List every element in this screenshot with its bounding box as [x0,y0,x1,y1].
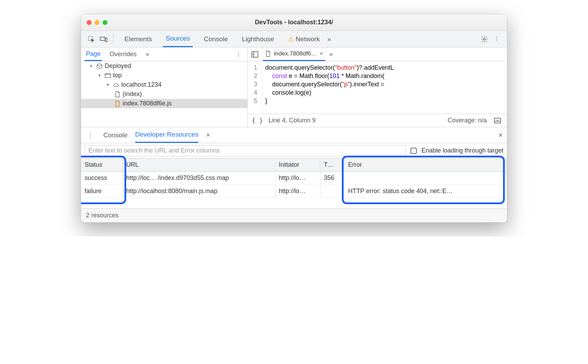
more-file-tabs-icon[interactable]: » [328,47,334,61]
tree-host[interactable]: localhost:1234 [81,80,247,89]
tab-network[interactable]: Network [285,31,323,47]
inspect-icon[interactable] [86,34,96,44]
close-drawer-tab-icon[interactable]: × [206,131,210,139]
window-icon [105,72,111,79]
drawer-tab-console[interactable]: Console [103,127,128,143]
more-nav-tabs-icon[interactable]: » [144,47,150,61]
cube-icon [96,63,103,69]
checkbox-label: Enable loading through target [422,147,503,154]
kebab-icon[interactable]: ⋮ [85,130,96,140]
tree-file[interactable]: (index) [81,89,247,99]
devtools-window: DevTools - localhost:1234/ ElementsSourc… [81,14,507,223]
drawer-toggle-icon[interactable] [492,115,503,126]
braces-icon[interactable]: { } [252,117,263,124]
tree-file-selected[interactable]: index.7808df6e.js [81,99,247,108]
resources-table: Status URL Initiator T… Error successhtt… [81,158,507,208]
device-icon[interactable] [98,34,109,44]
file-icon [265,51,271,57]
svg-rect-4 [105,73,111,78]
svg-rect-6 [252,52,258,57]
svg-rect-2 [105,38,107,42]
tree-top[interactable]: top [81,71,247,80]
close-drawer-icon[interactable]: × [498,131,503,140]
enable-loading-checkbox[interactable] [410,148,417,154]
kebab-icon[interactable]: ⋮ [492,34,502,44]
navigator-panel: PageOverrides » ⋮ Deployed top localhost… [81,47,248,127]
titlebar: DevTools - localhost:1234/ [81,14,507,31]
tab-sources[interactable]: Sources [163,31,193,47]
table-row[interactable]: successhttp://loc… /index.d9703d55.css.m… [81,172,507,185]
svg-point-3 [483,38,485,40]
tree-root[interactable]: Deployed [81,61,247,71]
main-tabbar: ElementsSourcesConsoleLighthouseNetwork … [81,31,507,47]
tab-console[interactable]: Console [201,31,231,47]
window-title: DevTools - localhost:1234/ [81,19,507,26]
editor-panel: index.7808df6… × » 12345 document.queryS… [248,47,507,127]
svg-rect-8 [494,118,501,123]
tab-elements[interactable]: Elements [122,31,155,47]
drawer-tab-developer-resources[interactable]: Developer Resources [135,127,199,143]
tab-lighthouse[interactable]: Lighthouse [239,31,277,47]
svg-rect-1 [100,37,105,41]
editor-file-tab[interactable]: index.7808df6… × [263,47,325,61]
more-tabs-icon[interactable]: » [325,31,334,47]
table-row[interactable]: failurehttp://localhost:8080/main.js.map… [81,185,507,198]
gear-icon[interactable] [479,34,490,44]
file-icon [114,91,121,97]
coverage-label: Coverage: n/a [448,117,487,124]
search-input[interactable]: Enter text to search the URL and Error c… [85,145,406,156]
code-editor[interactable]: 12345 document.querySelector("button")?.… [248,61,507,114]
close-tab-icon[interactable]: × [320,50,323,57]
toggle-sidebar-icon[interactable] [250,49,260,60]
file-tree: Deployed top localhost:1234 (index) inde… [81,61,247,108]
file-icon [114,101,121,107]
nav-tab-overrides[interactable]: Overrides [108,47,138,61]
table-header: Status URL Initiator T… Error [81,158,507,172]
cloud-icon [113,82,119,88]
kebab-icon[interactable]: ⋮ [233,49,244,60]
nav-tab-page[interactable]: Page [85,47,102,61]
status-footer: 2 resources [81,208,507,222]
cursor-position: Line 4, Column 9 [269,117,316,124]
